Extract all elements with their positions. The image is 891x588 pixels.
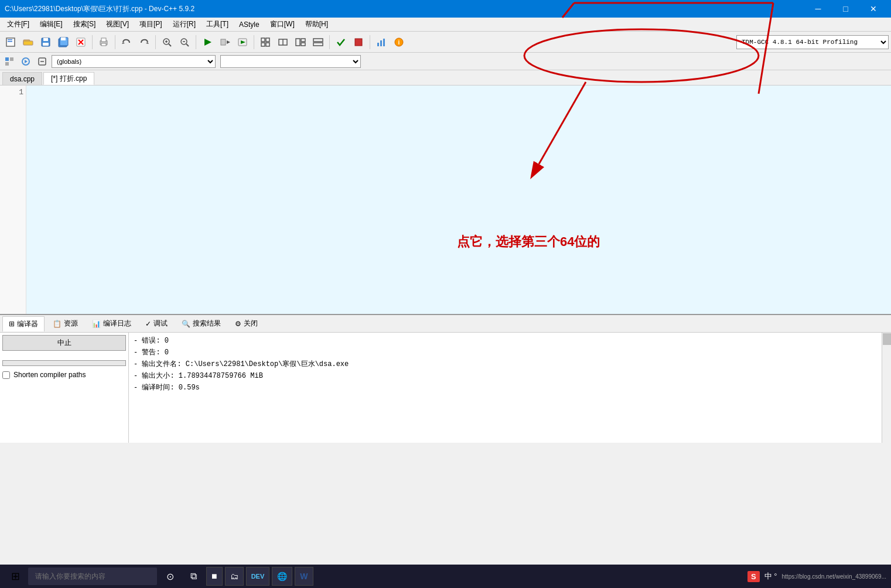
svg-rect-6 — [43, 38, 48, 41]
grid-3-button[interactable] — [292, 34, 309, 50]
svg-rect-1 — [8, 39, 12, 40]
svg-marker-17 — [122, 42, 125, 44]
close-tab-icon: ⚙ — [235, 320, 241, 328]
minimize-button[interactable]: ─ — [805, 0, 831, 18]
grid-1-button[interactable] — [257, 34, 274, 50]
compilelog-tab-label: 编译日志 — [103, 319, 131, 329]
svg-rect-44 — [380, 40, 382, 46]
open-button[interactable] — [20, 34, 36, 50]
grid-4-button[interactable] — [310, 34, 326, 50]
taskbar-terminal[interactable]: ■ — [206, 567, 223, 586]
scope-toggle-button[interactable] — [35, 54, 49, 69]
chart-button[interactable] — [373, 34, 390, 50]
undo-button[interactable] — [118, 34, 135, 50]
shorten-compiler-checkbox[interactable] — [2, 371, 10, 379]
save-button[interactable] — [37, 34, 54, 50]
code-editor[interactable] — [26, 86, 891, 314]
run-log-button[interactable] — [2, 360, 126, 366]
line-number-1: 1 — [2, 87, 23, 98]
taskbar-browser[interactable]: 🌐 — [272, 567, 292, 586]
log-scrollbar[interactable] — [882, 333, 891, 443]
stop-button[interactable] — [350, 34, 367, 50]
tab-close[interactable]: ⚙ 关闭 — [229, 316, 264, 331]
svg-rect-50 — [5, 62, 9, 66]
menu-tools[interactable]: 工具[T] — [202, 18, 233, 31]
word-icon: W — [300, 572, 308, 581]
scope-next-button[interactable] — [19, 54, 33, 69]
tab-debug[interactable]: ✓ 调试 — [139, 316, 173, 331]
svg-rect-45 — [383, 39, 385, 46]
bottom-panel: ⊞ 编译器 📋 资源 📊 编译日志 ✓ 调试 🔍 搜索结果 ⚙ 关闭 中止 — [0, 314, 891, 443]
abort-button[interactable]: 中止 — [2, 335, 126, 351]
compile-run-button[interactable] — [199, 34, 216, 50]
menu-window[interactable]: 窗口[W] — [265, 18, 299, 31]
close-button[interactable]: ✕ — [860, 0, 886, 18]
taskbar-devapp[interactable]: DEV — [246, 567, 270, 586]
menu-view[interactable]: 视图[V] — [101, 18, 134, 31]
tab-active-file[interactable]: [*] 打折.cpp — [43, 72, 94, 85]
menu-file[interactable]: 文件[F] — [2, 18, 34, 31]
svg-rect-16 — [101, 43, 106, 46]
tab-compiler[interactable]: ⊞ 编译器 — [2, 316, 45, 331]
svg-rect-34 — [266, 43, 269, 46]
task-cortana[interactable]: ⊙ — [159, 566, 180, 587]
taskbar-files[interactable]: 🗂 — [225, 567, 244, 586]
tab-compile-log[interactable]: 📊 编译日志 — [86, 316, 137, 331]
save-all-button[interactable] — [55, 34, 71, 50]
task-taskview[interactable]: ⧉ — [183, 566, 204, 587]
debug-button[interactable]: i — [391, 34, 407, 50]
secondary-dropdown[interactable] — [220, 55, 361, 68]
menu-astyle[interactable]: AStyle — [234, 18, 264, 31]
dev-icon: DEV — [251, 573, 265, 580]
menu-run[interactable]: 运行[R] — [168, 18, 200, 31]
compiler-tab-icon: ⊞ — [9, 320, 15, 328]
check-button[interactable] — [333, 34, 349, 50]
close-tab-label: 关闭 — [244, 319, 258, 329]
log-line-2: - 警告: 0 — [134, 347, 877, 358]
zoom-out-button[interactable] — [176, 34, 193, 50]
menu-edit[interactable]: 编辑[E] — [35, 18, 67, 31]
tab-dsa[interactable]: dsa.cpp — [2, 72, 42, 85]
svg-marker-28 — [227, 40, 230, 44]
separator-5 — [254, 35, 254, 49]
sogou-icon: S — [747, 571, 760, 582]
menu-help[interactable]: 帮助[H] — [301, 18, 333, 31]
svg-rect-10 — [61, 37, 66, 40]
grid-2-button[interactable] — [275, 34, 291, 50]
redo-button[interactable] — [136, 34, 152, 50]
maximize-button[interactable]: □ — [832, 0, 859, 18]
compile-button2[interactable] — [217, 34, 233, 50]
browser-icon: 🌐 — [277, 572, 287, 581]
run-button[interactable] — [234, 34, 251, 50]
compiler-selector-wrapper: TDM-GCC 4.8.1 64-bit TDM-GCC 4.8.1 32-bi… — [736, 35, 889, 49]
svg-line-20 — [169, 44, 171, 46]
print-button[interactable] — [95, 34, 112, 50]
separator-7 — [370, 35, 370, 49]
svg-rect-33 — [261, 43, 265, 46]
start-button[interactable]: ⊞ — [5, 566, 26, 587]
svg-rect-27 — [221, 39, 226, 45]
svg-rect-38 — [301, 39, 305, 42]
svg-rect-32 — [266, 38, 269, 42]
debug-tab-label: 调试 — [153, 319, 168, 329]
menu-project[interactable]: 项目[P] — [135, 18, 167, 31]
scope-prev-button[interactable] — [2, 54, 16, 69]
bottom-content: 中止 Shorten compiler paths - 错误: 0 - 警告: … — [0, 333, 891, 443]
globals-dropdown[interactable]: (globals) — [52, 55, 216, 68]
svg-marker-18 — [146, 42, 149, 44]
taskbar-word[interactable]: W — [295, 567, 313, 586]
taskbar-right: S 中 ° https://blog.csdn.net/weixin_43899… — [747, 571, 886, 582]
zoom-in-button[interactable] — [159, 34, 175, 50]
separator-6 — [329, 35, 330, 49]
searchresults-tab-label: 搜索结果 — [193, 319, 221, 329]
svg-rect-42 — [355, 39, 362, 46]
close-file-button[interactable] — [73, 34, 89, 50]
tab-search-results[interactable]: 🔍 搜索结果 — [176, 316, 227, 331]
tab-resources[interactable]: 📋 资源 — [47, 316, 84, 331]
taskbar-search[interactable] — [28, 568, 157, 585]
svg-rect-7 — [43, 43, 49, 46]
menu-search[interactable]: 搜索[S] — [69, 18, 101, 31]
separator-2 — [115, 35, 115, 49]
compiler-dropdown[interactable]: TDM-GCC 4.8.1 64-bit TDM-GCC 4.8.1 32-bi… — [736, 35, 889, 49]
new-button[interactable] — [2, 34, 19, 50]
